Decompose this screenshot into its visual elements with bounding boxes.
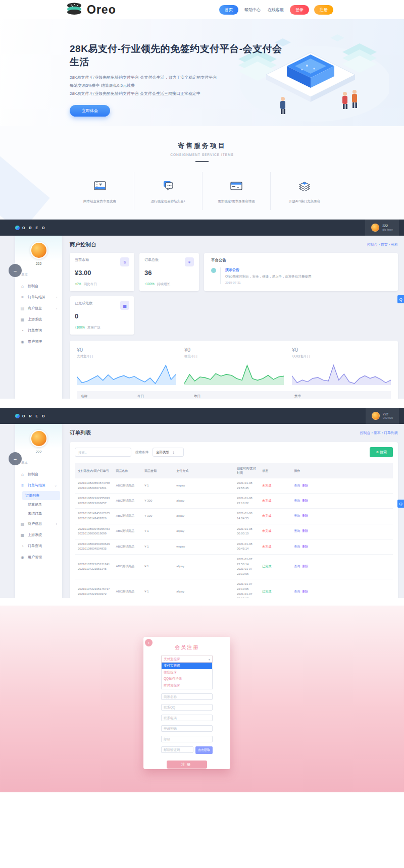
divider: [195, 161, 209, 162]
services-section: 寄售服务项目 CONSIGNMENT SERVICE ITEMS ¥ 由本站直营…: [0, 126, 404, 220]
hero-copy: 28K易支付-行业领先的免签约支付平台-会支付会生活 28K易支付-行业领先的免…: [70, 42, 287, 117]
menu-icon: ≡: [20, 295, 25, 300]
dashboard-brand[interactable]: O R E O: [15, 226, 46, 230]
query-link[interactable]: 查询: [294, 565, 300, 568]
register-field[interactable]: [161, 715, 213, 721]
select-option[interactable]: 支付宝担保: [162, 663, 212, 669]
qq-service-tab[interactable]: Q: [397, 295, 404, 303]
user-subtitle: dfg fawe: [382, 228, 393, 232]
hero-cta-button[interactable]: 立即体会: [70, 105, 110, 117]
avatar[interactable]: [30, 242, 47, 259]
sidebar-group-orders[interactable]: ≡ 订单与结算 ⌄: [15, 480, 62, 491]
nav-item[interactable]: 注册: [314, 5, 333, 15]
column-header: 操作: [291, 463, 393, 478]
column-header: 今日: [133, 391, 190, 399]
delete-link[interactable]: 删除: [302, 545, 308, 548]
nav-item[interactable]: 登录: [290, 5, 309, 15]
oreo-cookie-icon: [66, 2, 84, 18]
menu-icon: ▤: [20, 522, 25, 526]
query-link[interactable]: 查询: [294, 590, 300, 593]
sidebar-subitem[interactable]: 订单列表: [22, 491, 60, 500]
sidebar-item[interactable]: ▦ 上游系统: [15, 529, 62, 540]
search-button[interactable]: ⊕ 搜索: [370, 447, 393, 457]
sidebar-subitem[interactable]: 结算记录: [15, 500, 62, 509]
chevron-down-icon: ⌄: [54, 483, 57, 487]
register-field[interactable]: [161, 725, 213, 732]
svg-text:¥: ¥: [99, 183, 102, 187]
select-option[interactable]: 微信担保: [162, 669, 212, 676]
top-nav: 首页帮助中心在线客服登录注册: [219, 5, 333, 15]
nav-item[interactable]: 在线客服: [267, 5, 285, 15]
channel-summary-table: 名称今日昨日费率 支付宝 ¥0 ¥0 40% 微信支付 ¥0: [77, 391, 391, 399]
menu-icon: ▦: [20, 317, 25, 322]
type-select[interactable]: 全部类型 ⇕: [153, 448, 184, 457]
delete-link[interactable]: 删除: [302, 590, 308, 593]
query-link[interactable]: 查询: [294, 545, 300, 548]
delete-link[interactable]: 删除: [302, 499, 308, 502]
sidebar-item-console[interactable]: ⌂ 控制台: [15, 469, 62, 480]
delete-link[interactable]: 删除: [302, 514, 308, 517]
query-link[interactable]: 查询: [294, 484, 300, 487]
user-menu[interactable]: 222 dfg fawe: [365, 220, 399, 236]
register-field[interactable]: [161, 693, 213, 700]
services-title: 寄售服务项目: [0, 141, 404, 150]
register-field[interactable]: [161, 704, 213, 711]
column-header: 名称: [77, 391, 133, 399]
query-link[interactable]: 查询: [294, 529, 300, 532]
select-option[interactable]: QQ钱包担保: [162, 676, 212, 682]
sidebar-item[interactable]: ▦ 上游系统: [15, 314, 62, 325]
orders-card: 搜索条件 全部类型 ⇕ ⊕ 搜索 支付系统内/商户订单号商品名称商品金额支付方式…: [70, 442, 398, 598]
delete-link[interactable]: 删除: [302, 529, 308, 532]
sidebar-collapse-button[interactable]: –: [9, 264, 22, 277]
search-input[interactable]: [75, 448, 131, 457]
sidebar-subitem[interactable]: 未结订单: [15, 509, 62, 518]
avatar-name: 222: [15, 262, 62, 265]
sidebar-item[interactable]: ◔ 订单查询: [15, 540, 62, 552]
register-field[interactable]: [161, 736, 213, 742]
dashboard-brand[interactable]: O R E O: [15, 414, 46, 418]
services-subtitle: CONSIGNMENT SERVICE ITEMS: [0, 153, 404, 156]
avatar[interactable]: [30, 430, 47, 447]
sidebar-item[interactable]: ≡ 订单与结算 ›: [15, 292, 62, 303]
query-link[interactable]: 查询: [294, 499, 300, 502]
breadcrumb[interactable]: 控制台 › 首页 › 分析: [367, 242, 398, 247]
back-button[interactable]: ‹: [145, 639, 153, 646]
chat-bubbles-icon: [162, 184, 175, 193]
breadcrumb[interactable]: 控制台 › 基本 › 订单列表: [360, 430, 398, 436]
status-badge: 未完成: [262, 499, 271, 502]
avatar: [371, 224, 379, 232]
delete-link[interactable]: 删除: [302, 484, 308, 487]
page-footer-space: [0, 792, 404, 868]
announcement-card: 平台公告 演示公告 Oreo商家控制台，安全，便捷，易上手，欢迎各位注册使用 2…: [204, 253, 398, 291]
sidebar-item[interactable]: ◉ 用户管理: [15, 552, 62, 563]
status-badge: 未完成: [262, 484, 271, 487]
select-option[interactable]: 财付通担保: [162, 682, 212, 689]
get-code-button[interactable]: 点击获取: [195, 746, 213, 754]
register-submit-button[interactable]: 注册: [167, 761, 207, 769]
announcement-link[interactable]: 演示公告: [225, 267, 311, 273]
sidebar-item[interactable]: ▤ 商户信息 ›: [15, 518, 62, 529]
email-code-input[interactable]: [161, 746, 193, 753]
dashboard-orders-screenshot: O R E O 222 UID:900 – Q 222 基本 ⌂ 控制台: [0, 408, 404, 598]
guarantee-select[interactable]: 支付宝担保 ▾: [161, 656, 213, 663]
user-uid: UID:900: [383, 416, 393, 420]
query-link[interactable]: 查询: [294, 514, 300, 517]
register-title: 会员注册: [149, 644, 224, 651]
sidebar-item[interactable]: ◉ 用户管理: [15, 336, 62, 347]
announcement-body: Oreo商家控制台，安全，便捷，易上手，欢迎各位注册使用: [225, 275, 311, 279]
qq-service-tab[interactable]: Q: [397, 500, 404, 508]
brand-logo[interactable]: Oreo: [66, 2, 116, 18]
sidebar-item[interactable]: ◔ 订单查询: [15, 325, 62, 336]
menu-section-label: 基本: [15, 461, 62, 469]
sidebar-profile: 222: [15, 424, 62, 454]
sidebar-item[interactable]: ⌂ 控制台: [15, 281, 62, 292]
user-menu[interactable]: 222 UID:900: [366, 408, 399, 424]
sidebar-item[interactable]: ▤ 商户信息 ›: [15, 303, 62, 314]
user-name: 222: [383, 412, 393, 416]
nav-item[interactable]: 帮助中心: [243, 5, 262, 15]
nav-item[interactable]: 首页: [219, 5, 238, 15]
delete-link[interactable]: 删除: [302, 565, 308, 568]
menu-icon: ◔: [20, 544, 25, 549]
order-row: 202101080045045064920210108004504835 ABC…: [75, 539, 393, 554]
sidebar-collapse-button[interactable]: –: [9, 452, 22, 465]
